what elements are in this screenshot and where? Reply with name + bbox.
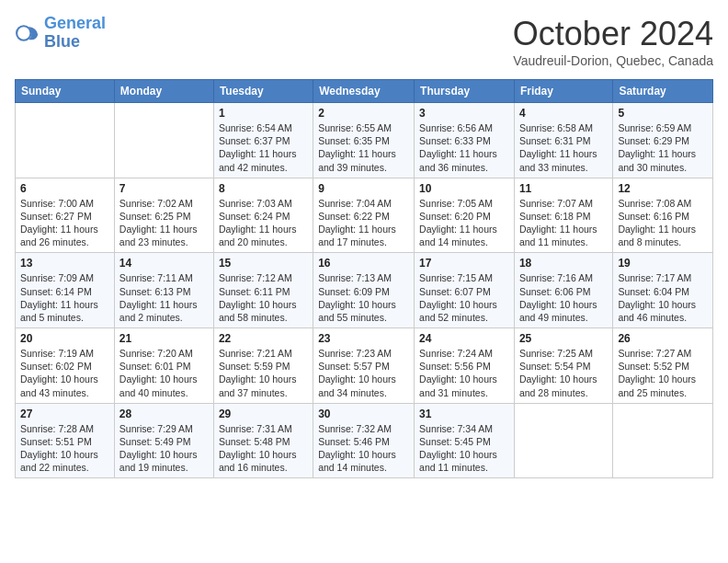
day-number: 18 — [519, 257, 608, 270]
day-info: Sunrise: 7:23 AM Sunset: 5:57 PM Dayligh… — [318, 347, 409, 399]
header-cell-saturday: Saturday — [613, 80, 713, 103]
day-info: Sunrise: 7:25 AM Sunset: 5:54 PM Dayligh… — [519, 347, 608, 399]
day-number: 20 — [20, 332, 109, 345]
day-info: Sunrise: 7:05 AM Sunset: 6:20 PM Dayligh… — [419, 197, 509, 249]
day-number: 9 — [318, 182, 409, 195]
day-number: 14 — [119, 257, 209, 270]
logo-line1: General — [44, 14, 106, 32]
day-info: Sunrise: 7:00 AM Sunset: 6:27 PM Dayligh… — [20, 197, 109, 249]
calendar-header: SundayMondayTuesdayWednesdayThursdayFrid… — [16, 80, 713, 103]
day-info: Sunrise: 7:15 AM Sunset: 6:07 PM Dayligh… — [419, 271, 509, 324]
week-row-1: 6Sunrise: 7:00 AM Sunset: 6:27 PM Daylig… — [16, 178, 713, 253]
month-title: October 2024 — [513, 15, 713, 53]
day-info: Sunrise: 7:02 AM Sunset: 6:25 PM Dayligh… — [119, 197, 209, 249]
day-info: Sunrise: 7:09 AM Sunset: 6:14 PM Dayligh… — [20, 271, 109, 324]
header-cell-friday: Friday — [514, 80, 612, 103]
day-cell: 22Sunrise: 7:21 AM Sunset: 5:59 PM Dayli… — [213, 328, 313, 404]
calendar-body: 1Sunrise: 6:54 AM Sunset: 6:37 PM Daylig… — [16, 103, 713, 478]
day-number: 13 — [20, 257, 109, 270]
day-cell: 21Sunrise: 7:20 AM Sunset: 6:01 PM Dayli… — [114, 328, 213, 404]
day-cell: 20Sunrise: 7:19 AM Sunset: 6:02 PM Dayli… — [16, 328, 115, 404]
day-cell: 27Sunrise: 7:28 AM Sunset: 5:51 PM Dayli… — [16, 403, 115, 478]
day-cell: 19Sunrise: 7:17 AM Sunset: 6:04 PM Dayli… — [613, 253, 713, 328]
day-cell: 13Sunrise: 7:09 AM Sunset: 6:14 PM Dayli… — [16, 253, 115, 328]
week-row-2: 13Sunrise: 7:09 AM Sunset: 6:14 PM Dayli… — [16, 253, 713, 328]
day-cell: 1Sunrise: 6:54 AM Sunset: 6:37 PM Daylig… — [213, 103, 313, 178]
day-info: Sunrise: 7:20 AM Sunset: 6:01 PM Dayligh… — [119, 347, 209, 399]
day-info: Sunrise: 6:54 AM Sunset: 6:37 PM Dayligh… — [219, 121, 308, 174]
day-number: 7 — [119, 182, 209, 195]
day-info: Sunrise: 7:17 AM Sunset: 6:04 PM Dayligh… — [618, 271, 708, 324]
week-row-4: 27Sunrise: 7:28 AM Sunset: 5:51 PM Dayli… — [16, 403, 713, 478]
day-cell: 28Sunrise: 7:29 AM Sunset: 5:49 PM Dayli… — [114, 403, 213, 478]
day-number: 27 — [20, 408, 109, 420]
day-number: 15 — [219, 257, 308, 270]
day-cell: 3Sunrise: 6:56 AM Sunset: 6:33 PM Daylig… — [415, 103, 515, 178]
day-cell: 6Sunrise: 7:00 AM Sunset: 6:27 PM Daylig… — [16, 178, 115, 253]
logo-icon — [15, 20, 40, 46]
day-cell: 10Sunrise: 7:05 AM Sunset: 6:20 PM Dayli… — [415, 178, 515, 253]
day-info: Sunrise: 6:55 AM Sunset: 6:35 PM Dayligh… — [318, 121, 409, 174]
day-info: Sunrise: 6:59 AM Sunset: 6:29 PM Dayligh… — [618, 121, 708, 174]
day-cell: 18Sunrise: 7:16 AM Sunset: 6:06 PM Dayli… — [514, 253, 612, 328]
day-number: 6 — [20, 182, 109, 195]
day-cell: 2Sunrise: 6:55 AM Sunset: 6:35 PM Daylig… — [313, 103, 415, 178]
day-number: 1 — [219, 107, 308, 120]
day-number: 22 — [219, 332, 308, 345]
day-cell: 15Sunrise: 7:12 AM Sunset: 6:11 PM Dayli… — [213, 253, 313, 328]
header-row: SundayMondayTuesdayWednesdayThursdayFrid… — [16, 80, 713, 103]
day-cell: 26Sunrise: 7:27 AM Sunset: 5:52 PM Dayli… — [613, 328, 713, 404]
day-cell: 30Sunrise: 7:32 AM Sunset: 5:46 PM Dayli… — [313, 403, 415, 478]
day-cell: 16Sunrise: 7:13 AM Sunset: 6:09 PM Dayli… — [313, 253, 415, 328]
day-info: Sunrise: 7:32 AM Sunset: 5:46 PM Dayligh… — [318, 422, 409, 475]
day-number: 4 — [519, 107, 608, 120]
week-row-0: 1Sunrise: 6:54 AM Sunset: 6:37 PM Daylig… — [16, 103, 713, 178]
day-info: Sunrise: 7:21 AM Sunset: 5:59 PM Dayligh… — [219, 347, 308, 399]
header-cell-wednesday: Wednesday — [313, 80, 415, 103]
day-info: Sunrise: 7:08 AM Sunset: 6:16 PM Dayligh… — [618, 197, 708, 249]
header-cell-monday: Monday — [114, 80, 213, 103]
day-cell: 29Sunrise: 7:31 AM Sunset: 5:48 PM Dayli… — [213, 403, 313, 478]
day-number: 29 — [219, 408, 308, 420]
header-cell-sunday: Sunday — [16, 80, 115, 103]
day-cell: 11Sunrise: 7:07 AM Sunset: 6:18 PM Dayli… — [514, 178, 612, 253]
day-cell: 12Sunrise: 7:08 AM Sunset: 6:16 PM Dayli… — [613, 178, 713, 253]
day-number: 3 — [419, 107, 509, 120]
day-number: 16 — [318, 257, 409, 270]
day-cell: 31Sunrise: 7:34 AM Sunset: 5:45 PM Dayli… — [415, 403, 515, 478]
location-subtitle: Vaudreuil-Dorion, Quebec, Canada — [513, 53, 713, 68]
day-cell: 25Sunrise: 7:25 AM Sunset: 5:54 PM Dayli… — [514, 328, 612, 404]
day-cell — [16, 103, 115, 178]
day-info: Sunrise: 7:27 AM Sunset: 5:52 PM Dayligh… — [618, 347, 708, 399]
day-cell: 8Sunrise: 7:03 AM Sunset: 6:24 PM Daylig… — [213, 178, 313, 253]
logo-text: General Blue — [44, 15, 106, 52]
day-cell: 17Sunrise: 7:15 AM Sunset: 6:07 PM Dayli… — [415, 253, 515, 328]
week-row-3: 20Sunrise: 7:19 AM Sunset: 6:02 PM Dayli… — [16, 328, 713, 404]
day-info: Sunrise: 7:19 AM Sunset: 6:02 PM Dayligh… — [20, 347, 109, 399]
day-info: Sunrise: 7:28 AM Sunset: 5:51 PM Dayligh… — [20, 422, 109, 475]
day-number: 30 — [318, 408, 409, 420]
day-info: Sunrise: 7:16 AM Sunset: 6:06 PM Dayligh… — [519, 271, 608, 324]
day-number: 12 — [618, 182, 708, 195]
day-number: 19 — [618, 257, 708, 270]
day-number: 8 — [219, 182, 308, 195]
day-number: 24 — [419, 332, 509, 345]
day-number: 25 — [519, 332, 608, 345]
header-cell-thursday: Thursday — [415, 80, 515, 103]
day-info: Sunrise: 7:12 AM Sunset: 6:11 PM Dayligh… — [219, 271, 308, 324]
day-cell — [114, 103, 213, 178]
day-info: Sunrise: 7:11 AM Sunset: 6:13 PM Dayligh… — [119, 271, 209, 324]
page-header: General Blue October 2024 Vaudreuil-Dori… — [15, 15, 713, 68]
title-block: October 2024 Vaudreuil-Dorion, Quebec, C… — [513, 15, 713, 68]
logo: General Blue — [15, 15, 106, 52]
day-number: 31 — [419, 408, 509, 420]
day-info: Sunrise: 6:56 AM Sunset: 6:33 PM Dayligh… — [419, 121, 509, 174]
day-cell — [514, 403, 612, 478]
day-info: Sunrise: 7:34 AM Sunset: 5:45 PM Dayligh… — [419, 422, 509, 475]
day-info: Sunrise: 7:13 AM Sunset: 6:09 PM Dayligh… — [318, 271, 409, 324]
day-number: 26 — [618, 332, 708, 345]
day-number: 23 — [318, 332, 409, 345]
day-cell: 14Sunrise: 7:11 AM Sunset: 6:13 PM Dayli… — [114, 253, 213, 328]
svg-point-0 — [17, 26, 30, 40]
day-cell: 7Sunrise: 7:02 AM Sunset: 6:25 PM Daylig… — [114, 178, 213, 253]
